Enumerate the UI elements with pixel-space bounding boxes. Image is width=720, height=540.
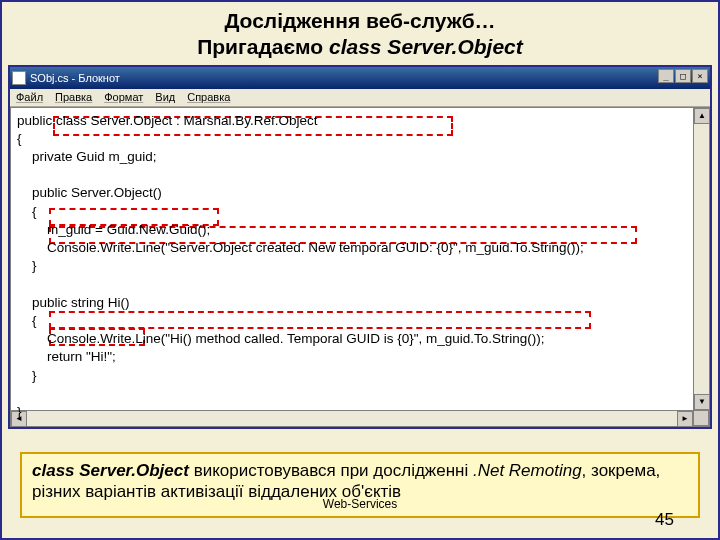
- menu-view[interactable]: Вид: [155, 91, 175, 103]
- heading-line2: Пригадаємо class Server.Object: [2, 34, 718, 60]
- notepad-window: SObj.cs - Блокнот _ □ × Файл Правка Форм…: [8, 65, 712, 429]
- code-content: public class Server.Object : Marshal.By.…: [11, 108, 709, 426]
- footnote-box: class Server.Object використовувався при…: [20, 452, 700, 519]
- minimize-button[interactable]: _: [658, 69, 674, 83]
- menu-edit[interactable]: Правка: [55, 91, 92, 103]
- menu-bar: Файл Правка Формат Вид Справка: [10, 89, 710, 107]
- footnote-text-a: використовувався при дослідженні: [194, 461, 473, 480]
- footer-service: Web-Services: [22, 497, 698, 512]
- window-title: SObj.cs - Блокнот: [30, 72, 120, 84]
- notepad-icon: [12, 71, 26, 85]
- titlebar: SObj.cs - Блокнот _ □ ×: [10, 67, 710, 89]
- page-number: 45: [655, 510, 674, 530]
- menu-file[interactable]: Файл: [16, 91, 43, 103]
- heading-line1: Дослідження веб-служб…: [2, 8, 718, 34]
- close-button[interactable]: ×: [692, 69, 708, 83]
- window-buttons: _ □ ×: [658, 69, 708, 83]
- menu-help[interactable]: Справка: [187, 91, 230, 103]
- menu-format[interactable]: Формат: [104, 91, 143, 103]
- footnote-lead: class Server.Object: [32, 461, 189, 480]
- editor-area[interactable]: public class Server.Object : Marshal.By.…: [10, 107, 710, 427]
- maximize-button[interactable]: □: [675, 69, 691, 83]
- footnote-italic: .Net Remoting: [473, 461, 582, 480]
- slide-heading: Дослідження веб-служб… Пригадаємо class …: [2, 2, 718, 65]
